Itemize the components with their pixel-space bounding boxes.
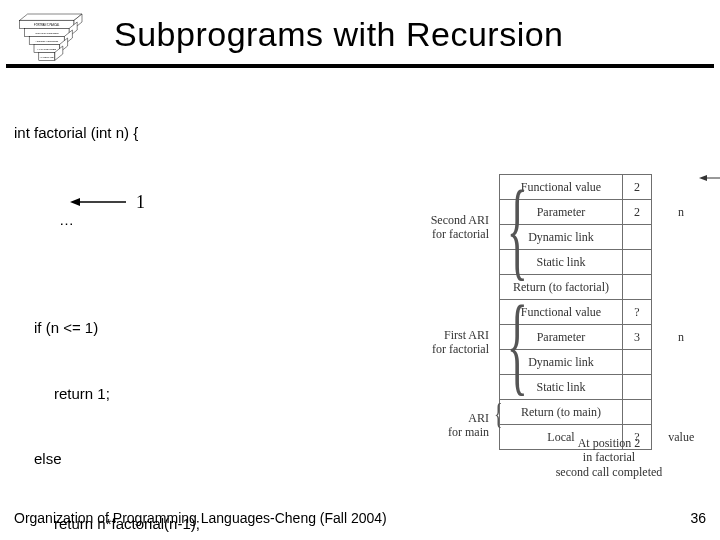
logo-layer-3: MACHINE CODE [37,48,56,51]
table-row: Static link [500,250,706,275]
logo-layer-0: FORTRAN C PASCAL [34,23,60,27]
cell-varname [652,375,706,400]
ari-label-second: Second ARI for factorial [399,214,489,242]
cell-varname [652,250,706,275]
cell-value: 2 [623,175,652,200]
cell-varname: n [652,200,706,225]
brace-icon: { [507,174,528,284]
cell-value [623,225,652,250]
table-row: Dynamic link [500,225,706,250]
code-block: int factorial (int n) { … 1 if (n <= 1) … [14,78,200,540]
code-line: return 1; [14,383,200,405]
pyramid-logo: FORTRAN C PASCAL High Level Languages As… [16,6,100,62]
logo-layer-2: Assembly Languages [35,40,59,43]
cell-value [623,400,652,425]
cell-varname [652,400,706,425]
table-row: Functional value? [500,300,706,325]
cell-value [623,350,652,375]
table-row: Static link [500,375,706,400]
cell-value: 2 [623,200,652,225]
table-row: Parameter2n [500,200,706,225]
code-line: else [14,448,200,470]
logo-layer-1: High Level Languages [35,32,60,35]
cell-varname [652,275,706,300]
cell-varname [652,175,706,200]
table-row: Return (to factorial) [500,275,706,300]
cell-value: 3 [623,325,652,350]
svg-marker-0 [20,14,82,20]
cell-varname: n [652,325,706,350]
slide-title: Subprograms with Recursion [114,15,564,54]
cell-value [623,375,652,400]
code-line: … 1 [14,187,200,274]
arrow-marker-1: 1 [70,189,145,215]
marker-number: 1 [136,189,145,215]
table-row: Functional value2 [500,175,706,200]
brace-icon: { [494,398,503,428]
brace-icon: { [507,289,528,399]
ari-label-first: First ARI for factorial [399,329,489,357]
table-row: Parameter3n [500,325,706,350]
ari-label-main: ARI for main [399,412,489,440]
cell-varname [652,300,706,325]
logo-layer-4: HARDWARE [40,56,54,59]
stack-table: Functional value2Parameter2nDynamic link… [499,174,706,450]
table-row: Return (to main) [500,400,706,425]
svg-marker-12 [70,198,80,206]
diagram-caption: At position 2 in factorial second call c… [529,436,689,479]
code-line: if (n <= 1) [14,317,200,339]
code-line: int factorial (int n) { [14,122,200,144]
cell-varname [652,350,706,375]
cell-value [623,250,652,275]
cell-value: ? [623,300,652,325]
cell-varname [652,225,706,250]
svg-marker-18 [699,175,707,181]
footer-text: Organization of Programming Languages-Ch… [14,510,387,526]
table-row: Dynamic link [500,350,706,375]
top-pointer: Top [699,170,720,186]
page-number: 36 [690,510,706,526]
cell-value [623,275,652,300]
stack-diagram: Top Second ARI for factorial { First ARI… [499,174,706,450]
